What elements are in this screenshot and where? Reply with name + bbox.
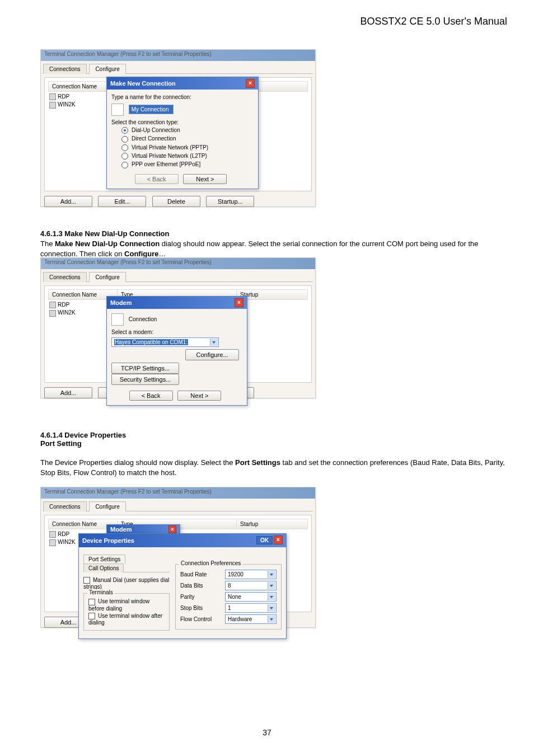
next-button[interactable]: Next > bbox=[183, 174, 227, 184]
parity-select[interactable]: None bbox=[225, 592, 277, 602]
modem-icon bbox=[111, 313, 124, 326]
screenshot-modem-dialog: Terminal Connection Manager (Press F2 to… bbox=[40, 257, 316, 398]
chevron-down-icon[interactable] bbox=[268, 616, 275, 623]
radio-label: PPP over Ethernet [PPPoE] bbox=[132, 161, 200, 167]
radio-label: Direct Connection bbox=[132, 135, 176, 142]
radio-label: Dial-Up Connection bbox=[132, 127, 180, 133]
computer-icon bbox=[49, 93, 56, 100]
group-title: Terminals bbox=[87, 589, 115, 595]
window-titlebar: Terminal Connection Manager (Press F2 to… bbox=[41, 258, 315, 269]
tab-configure[interactable]: Configure bbox=[89, 272, 125, 282]
modem-select[interactable]: Hayes Compatible on COM1: bbox=[111, 337, 219, 347]
select-value: 19200 bbox=[228, 571, 243, 577]
pref-flow-control: Flow Control Hardware bbox=[180, 614, 277, 624]
tab-port-settings[interactable]: Port Settings bbox=[83, 555, 125, 564]
radio-icon bbox=[121, 153, 128, 159]
stop-bits-select[interactable]: 1 bbox=[225, 603, 277, 613]
checkbox-term-after[interactable]: Use terminal window after dialing bbox=[88, 613, 165, 626]
chevron-down-icon[interactable] bbox=[268, 593, 275, 600]
section-4-6-1-3: 4.6.1.3 Make New Dial-Up Connection The … bbox=[40, 229, 507, 259]
tcpip-settings-button[interactable]: TCP/IP Settings... bbox=[111, 363, 179, 374]
tab-connections[interactable]: Connections bbox=[43, 272, 87, 282]
section-paragraph: The Device Properties dialog should now … bbox=[40, 458, 507, 477]
col-startup[interactable]: Startup bbox=[237, 519, 307, 529]
section-subheading: Port Setting bbox=[40, 439, 507, 448]
dp-tabs: Port Settings Call Options bbox=[83, 554, 170, 572]
dialog-title-text: Modem bbox=[110, 299, 132, 306]
radio-dialup[interactable]: Dial-Up Connection bbox=[121, 127, 254, 134]
add-button[interactable]: Add... bbox=[44, 387, 92, 398]
tab-call-options[interactable]: Call Options bbox=[83, 564, 124, 572]
dialog-titlebar[interactable]: Device Properties OK × bbox=[79, 534, 286, 547]
flow-control-select[interactable]: Hardware bbox=[225, 614, 277, 624]
left-pane: Port Settings Call Options Manual Dial (… bbox=[83, 552, 170, 634]
close-icon[interactable]: × bbox=[235, 298, 243, 307]
radio-pppoe[interactable]: PPP over Ethernet [PPPoE] bbox=[121, 161, 254, 168]
next-button[interactable]: Next > bbox=[177, 391, 221, 401]
conn-name: RDP bbox=[58, 531, 69, 537]
radio-pptp[interactable]: Virtual Private Network (PPTP) bbox=[121, 144, 254, 151]
radio-direct[interactable]: Direct Connection bbox=[121, 135, 254, 142]
chevron-down-icon[interactable] bbox=[268, 604, 275, 612]
pref-label: Flow Control bbox=[180, 616, 225, 622]
tab-configure[interactable]: Configure bbox=[89, 501, 125, 511]
dialog-titlebar[interactable]: Modem × bbox=[107, 297, 247, 309]
checkbox-manual-dial[interactable]: Manual Dial (user supplies dial strings) bbox=[83, 577, 170, 590]
checkbox-icon bbox=[88, 613, 95, 619]
pref-baud-rate: Baud Rate 19200 bbox=[180, 570, 277, 579]
t: … bbox=[158, 250, 166, 258]
dialog-titlebar: Modem × bbox=[107, 525, 180, 534]
delete-button[interactable]: Delete bbox=[152, 196, 200, 207]
checkbox-label: Use terminal window before dialing bbox=[88, 598, 149, 611]
edit-button[interactable]: Edit... bbox=[98, 196, 146, 207]
connection-name-input[interactable]: My Connection bbox=[129, 105, 174, 114]
connections-panel: Connection Name Type Startup RDP RDP WIN… bbox=[44, 77, 312, 191]
section-4-6-1-4: 4.6.1.4 Device Properties Port Setting T… bbox=[40, 431, 507, 477]
tab-connections[interactable]: Connections bbox=[43, 64, 87, 74]
dialog-title-text: Modem bbox=[110, 526, 132, 533]
dialog-body: Connection Select a modem: Hayes Compati… bbox=[107, 309, 247, 405]
checkbox-icon bbox=[83, 577, 90, 584]
section-paragraph: The Make New Dial-Up Connection dialog s… bbox=[40, 239, 507, 259]
connection-icon bbox=[111, 104, 124, 116]
radio-icon bbox=[121, 144, 128, 151]
ok-button[interactable]: OK bbox=[256, 536, 273, 544]
chevron-down-icon[interactable] bbox=[268, 571, 275, 578]
tab-connections[interactable]: Connections bbox=[43, 501, 87, 511]
chevron-down-icon[interactable] bbox=[210, 339, 218, 346]
pref-label: Stop Bits bbox=[180, 605, 225, 611]
close-icon[interactable]: × bbox=[168, 525, 176, 533]
bottom-button-row: Add... Edit... Delete Startup... bbox=[44, 196, 315, 207]
radio-l2tp[interactable]: Virtual Private Network (L2TP) bbox=[121, 153, 254, 159]
select-value: 1 bbox=[228, 605, 231, 611]
radio-icon bbox=[121, 136, 128, 143]
close-icon[interactable]: × bbox=[246, 79, 255, 88]
section-heading: 4.6.1.4 Device Properties bbox=[40, 431, 507, 439]
select-modem-label: Select a modem: bbox=[111, 329, 242, 335]
configure-button[interactable]: Configure... bbox=[185, 349, 239, 360]
computer-icon bbox=[49, 302, 56, 308]
back-button[interactable]: < Back bbox=[129, 391, 173, 401]
security-settings-button[interactable]: Security Settings... bbox=[111, 374, 179, 385]
connection-preferences-group: Connection Preferences Baud Rate 19200 D… bbox=[175, 564, 282, 630]
t-bold: Configure bbox=[124, 250, 158, 258]
checkbox-term-before[interactable]: Use terminal window before dialing bbox=[88, 598, 165, 611]
pref-data-bits: Data Bits 8 bbox=[180, 581, 277, 590]
data-bits-select[interactable]: 8 bbox=[225, 581, 277, 590]
add-button[interactable]: Add... bbox=[44, 196, 92, 207]
tab-configure[interactable]: Configure bbox=[89, 64, 125, 74]
baud-rate-select[interactable]: 19200 bbox=[225, 570, 277, 579]
radio-icon bbox=[121, 127, 128, 134]
computer-icon bbox=[49, 531, 56, 538]
back-button[interactable]: < Back bbox=[135, 174, 179, 184]
close-icon[interactable]: × bbox=[274, 536, 283, 544]
radio-label: Virtual Private Network (L2TP) bbox=[132, 153, 207, 159]
connection-type-label: Select the connection type: bbox=[111, 119, 254, 125]
dialog-title-text: Make New Connection bbox=[110, 80, 176, 87]
chevron-down-icon[interactable] bbox=[268, 582, 275, 589]
startup-button[interactable]: Startup... bbox=[206, 196, 254, 207]
screenshot-make-new-connection: Terminal Connection Manager (Press F2 to… bbox=[40, 49, 316, 207]
connections-panel: Connection Name Type Startup RDP RDP WIN… bbox=[44, 515, 312, 612]
dialog-titlebar[interactable]: Make New Connection × bbox=[107, 77, 258, 90]
conn-name: RDP bbox=[58, 93, 69, 100]
